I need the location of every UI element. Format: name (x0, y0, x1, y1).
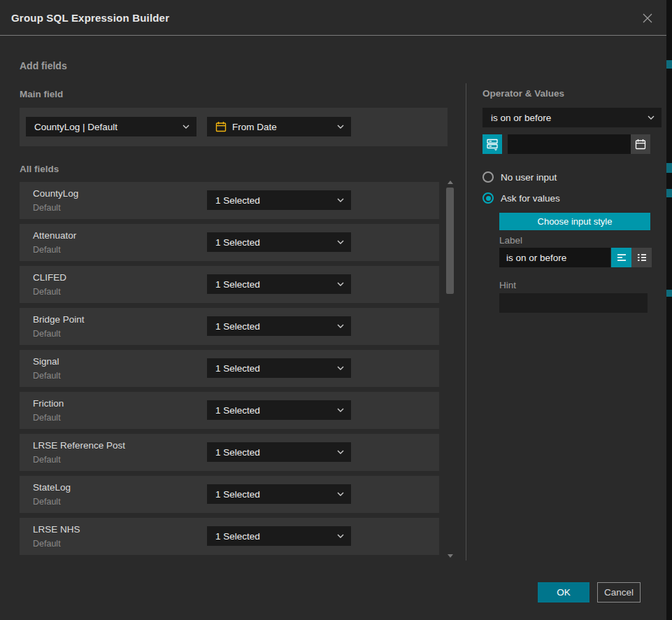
calendar-icon (215, 121, 227, 132)
background-fragment (666, 189, 672, 197)
main-field-field-select[interactable]: From Date (207, 117, 351, 136)
close-icon (641, 12, 654, 24)
field-name: CLIFED (33, 272, 66, 283)
chevron-down-icon (337, 240, 344, 244)
chevron-down-icon (337, 366, 344, 370)
field-selection-value: 1 Selected (215, 279, 331, 290)
all-fields-list: CountyLog Default 1 Selected Attenuator … (20, 182, 439, 555)
hint-input[interactable] (499, 293, 648, 313)
field-selection-value: 1 Selected (215, 405, 331, 416)
field-selection-select[interactable]: 1 Selected (207, 274, 351, 294)
add-fields-heading: Add fields (20, 60, 67, 71)
field-row: Bridge Point Default 1 Selected (20, 308, 439, 345)
field-selection-select[interactable]: 1 Selected (207, 358, 351, 378)
field-selection-select[interactable]: 1 Selected (207, 526, 351, 546)
field-selection-value: 1 Selected (215, 195, 331, 206)
field-sublabel: Default (33, 413, 61, 423)
field-selection-select[interactable]: 1 Selected (207, 484, 351, 504)
all-fields-heading: All fields (20, 164, 59, 174)
date-value-input[interactable] (508, 134, 631, 154)
list-style-button[interactable] (631, 248, 652, 267)
panel-divider (466, 83, 466, 561)
radio-label: Ask for values (501, 193, 560, 204)
radio-no-user-input[interactable]: No user input (482, 171, 557, 183)
align-left-icon (616, 252, 627, 263)
operator-values-heading: Operator & Values (482, 88, 564, 99)
field-sublabel: Default (33, 329, 61, 339)
chevron-down-icon (337, 324, 344, 328)
field-selection-value: 1 Selected (215, 531, 331, 542)
chevron-down-icon (337, 198, 344, 202)
single-line-style-button[interactable] (611, 248, 631, 267)
field-row: Signal Default 1 Selected (20, 350, 439, 387)
radio-ask-for-values[interactable]: Ask for values (482, 192, 560, 204)
label-input[interactable] (499, 248, 610, 267)
field-row: StateLog Default 1 Selected (20, 476, 439, 513)
radio-circle-icon (482, 171, 494, 183)
date-picker-button[interactable] (631, 134, 650, 154)
ok-button[interactable]: OK (538, 582, 589, 603)
field-name: CountyLog (33, 188, 78, 199)
field-name: LRSE Reference Post (33, 440, 125, 451)
operator-value: is on or before (491, 113, 642, 123)
choose-input-style-button[interactable]: Choose input style (499, 213, 650, 230)
radio-label: No user input (501, 172, 557, 183)
field-selection-select[interactable]: 1 Selected (207, 232, 351, 252)
scroll-down-icon[interactable] (448, 554, 453, 558)
list-icon (636, 252, 648, 263)
field-name: Bridge Point (33, 314, 85, 325)
main-field-panel: CountyLog | Default From Date (20, 108, 448, 146)
field-row: CountyLog Default 1 Selected (20, 182, 439, 219)
label-field-heading: Label (499, 235, 522, 246)
field-sublabel: Default (33, 203, 61, 213)
field-row: LRSE NHS Default 1 Selected (20, 518, 439, 555)
field-sublabel: Default (33, 497, 61, 507)
field-selection-select[interactable]: 1 Selected (207, 190, 351, 210)
field-selection-value: 1 Selected (215, 237, 331, 248)
main-field-field-value: From Date (232, 122, 331, 132)
chevron-down-icon (648, 115, 655, 120)
chevron-down-icon (337, 125, 344, 129)
field-selection-value: 1 Selected (215, 489, 331, 500)
field-name: LRSE NHS (33, 524, 80, 535)
chevron-down-icon (337, 534, 344, 538)
background-fragment (666, 60, 672, 69)
unique-values-button[interactable] (482, 134, 502, 154)
field-selection-select[interactable]: 1 Selected (207, 442, 351, 462)
operator-select[interactable]: is on or before (482, 108, 662, 127)
main-field-layer-select[interactable]: CountyLog | Default (26, 117, 196, 136)
hint-field-heading: Hint (499, 280, 516, 290)
chevron-down-icon (183, 125, 190, 129)
field-row: LRSE Reference Post Default 1 Selected (20, 434, 439, 471)
field-sublabel: Default (33, 455, 61, 465)
field-row: CLIFED Default 1 Selected (20, 266, 439, 303)
list-scrollbar-thumb[interactable] (446, 188, 454, 294)
main-field-layer-value: CountyLog | Default (34, 122, 177, 132)
cancel-button[interactable]: Cancel (597, 582, 641, 603)
main-field-heading: Main field (20, 89, 63, 99)
field-selection-value: 1 Selected (215, 447, 331, 458)
field-selection-value: 1 Selected (215, 363, 331, 374)
group-sql-expression-builder-dialog: Group SQL Expression Builder Add fields … (0, 0, 666, 620)
chevron-down-icon (337, 492, 344, 496)
dialog-titlebar: Group SQL Expression Builder (0, 0, 666, 36)
field-selection-value: 1 Selected (215, 321, 331, 332)
field-name: Friction (33, 398, 64, 409)
scroll-up-icon[interactable] (448, 181, 453, 184)
field-sublabel: Default (33, 371, 61, 381)
background-fragment (666, 163, 672, 173)
background-app-edge (666, 0, 672, 620)
field-selection-select[interactable]: 1 Selected (207, 400, 351, 420)
unique-values-icon (486, 138, 499, 150)
dialog-title: Group SQL Expression Builder (11, 12, 169, 24)
field-sublabel: Default (33, 287, 61, 297)
chevron-down-icon (337, 282, 344, 286)
close-button[interactable] (638, 9, 657, 27)
field-name: Attenuator (33, 230, 76, 241)
calendar-icon (635, 139, 646, 150)
chevron-down-icon (337, 450, 344, 454)
field-name: StateLog (33, 482, 71, 493)
field-row: Friction Default 1 Selected (20, 392, 439, 429)
field-selection-select[interactable]: 1 Selected (207, 316, 351, 336)
field-sublabel: Default (33, 245, 61, 255)
